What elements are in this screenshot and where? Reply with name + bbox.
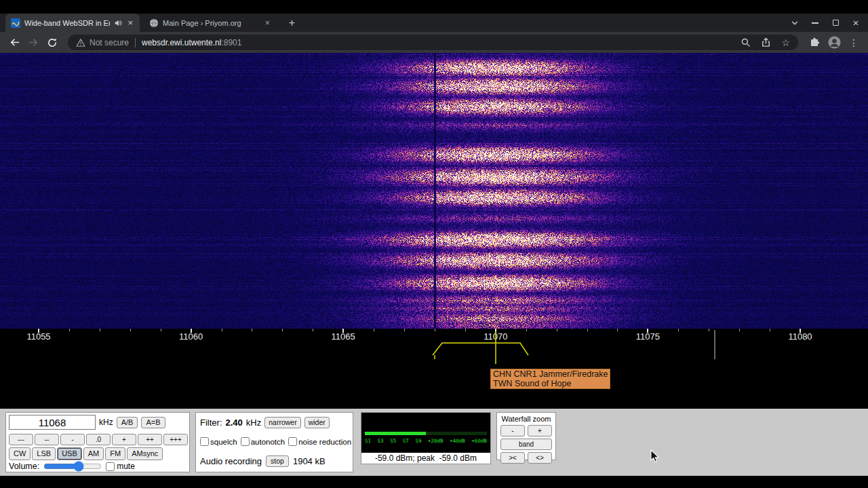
waterfall-canvas[interactable] <box>0 53 868 329</box>
volume-label: Volume: <box>9 462 39 471</box>
mode-button-am[interactable]: AM <box>83 447 104 460</box>
reload-button[interactable] <box>45 35 60 50</box>
browser-toolbar: Not secure websdr.ewi.utwente.nl :8901 ☆ <box>0 32 868 53</box>
not-secure-warning-icon[interactable] <box>76 38 85 47</box>
squelch-checkbox[interactable]: squelch <box>200 437 237 446</box>
mute-checkbox[interactable]: mute <box>106 462 135 471</box>
frequency-input[interactable] <box>9 415 96 430</box>
smeter-scale-label: S9 <box>415 438 421 444</box>
mouse-cursor <box>650 449 660 463</box>
mode-button-lsb[interactable]: LSB <box>32 447 56 460</box>
tab-search-chevron-icon[interactable] <box>789 18 800 28</box>
stop-recording-button[interactable]: stop <box>266 455 289 467</box>
url-port: :8901 <box>221 38 241 47</box>
tab-websdr[interactable]: Wide-band WebSDR in Ensch × <box>5 14 140 32</box>
waterfall-zoom-panel: Waterfall zoom - + band >< <> <box>496 412 556 460</box>
dsp-checkbox-row: squelchautonotchnoise reduction <box>200 437 351 446</box>
address-bar[interactable]: Not secure websdr.ewi.utwente.nl :8901 ☆ <box>68 35 798 50</box>
maximize-button[interactable] <box>830 18 841 28</box>
squelch-label: squelch <box>210 438 237 446</box>
smeter-scale-label: +40dB <box>450 438 465 444</box>
zoom-out-button[interactable]: - <box>500 425 525 436</box>
step-button[interactable]: +++ <box>163 434 188 445</box>
filter-label: Filter: <box>200 418 222 428</box>
tuning-indicator[interactable] <box>0 329 868 409</box>
noise-reduction-checkbox[interactable]: noise reduction <box>288 437 351 446</box>
noise-reduction-checkbox-input[interactable] <box>288 437 297 446</box>
back-button[interactable] <box>7 35 22 50</box>
forward-button[interactable] <box>26 35 41 50</box>
step-button[interactable]: - <box>60 434 85 445</box>
websdr-favicon-icon <box>11 18 20 28</box>
mute-label: mute <box>117 462 135 471</box>
zoom-band-button[interactable]: band <box>500 439 552 450</box>
autonotch-checkbox[interactable]: autonotch <box>241 437 285 446</box>
mode-button-cw[interactable]: CW <box>9 447 31 460</box>
zoom-magnifier-icon[interactable] <box>741 37 751 47</box>
autonotch-label: autonotch <box>251 438 285 446</box>
new-tab-button[interactable]: + <box>285 16 299 30</box>
omnibox-icons: ☆ <box>741 37 790 47</box>
autonotch-checkbox-input[interactable] <box>241 437 250 446</box>
station-label-line1: CHN CNR1 Jammer/Firedrake <box>493 369 608 379</box>
smeter-display: S1S3S5S7S9+20dB+40dB+60dB <box>361 413 490 453</box>
omnibox-divider <box>135 38 136 47</box>
close-window-button[interactable]: × <box>850 18 861 28</box>
step-button-row: ------.0++++++ <box>9 434 188 445</box>
step-button[interactable]: .0 <box>86 434 111 445</box>
url-host: websdr.ewi.utwente.nl <box>142 38 221 47</box>
waterfall-zoom-title: Waterfall zoom <box>502 415 551 423</box>
mode-button-amsync[interactable]: AMsync <box>127 447 163 460</box>
minimize-button[interactable] <box>810 18 821 28</box>
step-button[interactable]: --- <box>9 434 33 445</box>
letterbox-bottom <box>0 476 868 488</box>
smeter-scale: S1S3S5S7S9+20dB+40dB+60dB <box>365 438 487 444</box>
tab-close-icon[interactable]: × <box>126 18 134 27</box>
smeter-bar <box>365 432 426 435</box>
tab-title: Wide-band WebSDR in Ensch <box>24 19 110 27</box>
squelch-checkbox-input[interactable] <box>200 437 209 446</box>
tab-audio-icon[interactable] <box>114 19 122 27</box>
share-icon[interactable] <box>761 37 771 47</box>
browser-tab-strip: Wide-band WebSDR in Ensch × Main Page › … <box>0 14 868 32</box>
filter-panel: Filter: 2.40 kHz narrower wider squelcha… <box>195 412 353 472</box>
mute-checkbox-input[interactable] <box>106 462 115 471</box>
step-button[interactable]: + <box>112 434 136 445</box>
browser-menu-icon[interactable]: ⋮ <box>849 37 859 48</box>
letterbox-top <box>0 0 868 14</box>
receiver-controls: kHz A/B A=B ------.0++++++ CWLSBUSBAMFMA… <box>0 409 868 476</box>
profile-avatar[interactable] <box>828 36 841 49</box>
smeter-track <box>365 432 487 435</box>
priyom-favicon-icon <box>149 18 159 28</box>
zoom-narrow-button[interactable]: >< <box>500 452 525 464</box>
mode-button-fm[interactable]: FM <box>105 447 125 460</box>
smeter-scale-label: S5 <box>390 438 396 444</box>
toolbar-right: ⋮ <box>806 36 861 49</box>
volume-slider[interactable] <box>43 462 102 470</box>
bookmark-star-icon[interactable]: ☆ <box>781 38 790 47</box>
station-label[interactable]: CHN CNR1 Jammer/Firedrake TWN Sound of H… <box>490 369 610 389</box>
zoom-widen-button[interactable]: <> <box>528 452 552 464</box>
memory-ab-button[interactable]: A/B <box>117 417 138 428</box>
smeter-scale-label: S3 <box>378 438 384 444</box>
zoom-in-button[interactable]: + <box>528 425 552 436</box>
memory-aeqb-button[interactable]: A=B <box>141 417 165 428</box>
station-label-line2: TWN Sound of Hope <box>493 379 608 388</box>
security-label: Not secure <box>90 38 129 47</box>
smeter-reading: -59.0 dBm; peak -59.0 dBm <box>361 453 490 464</box>
smeter-panel: S1S3S5S7S9+20dB+40dB+60dB -59.0 dBm; pea… <box>361 412 491 464</box>
screen: Wide-band WebSDR in Ensch × Main Page › … <box>0 0 868 488</box>
narrower-button[interactable]: narrower <box>264 417 300 428</box>
step-button[interactable]: -- <box>35 434 59 445</box>
mode-button-usb[interactable]: USB <box>57 447 82 460</box>
frequency-unit-label: kHz <box>99 418 113 427</box>
wider-button[interactable]: wider <box>304 417 330 428</box>
window-controls: × <box>789 14 864 32</box>
extensions-puzzle-icon[interactable] <box>809 37 820 48</box>
tab-priyom[interactable]: Main Page › Priyom.org × <box>144 14 277 32</box>
step-button[interactable]: ++ <box>138 434 162 445</box>
tuning-panel: kHz A/B A=B ------.0++++++ CWLSBUSBAMFMA… <box>5 412 190 472</box>
smeter-scale-label: +60dB <box>471 438 487 444</box>
filter-bandwidth: 2.40 <box>226 418 243 428</box>
tab-close-icon[interactable]: × <box>263 18 271 27</box>
